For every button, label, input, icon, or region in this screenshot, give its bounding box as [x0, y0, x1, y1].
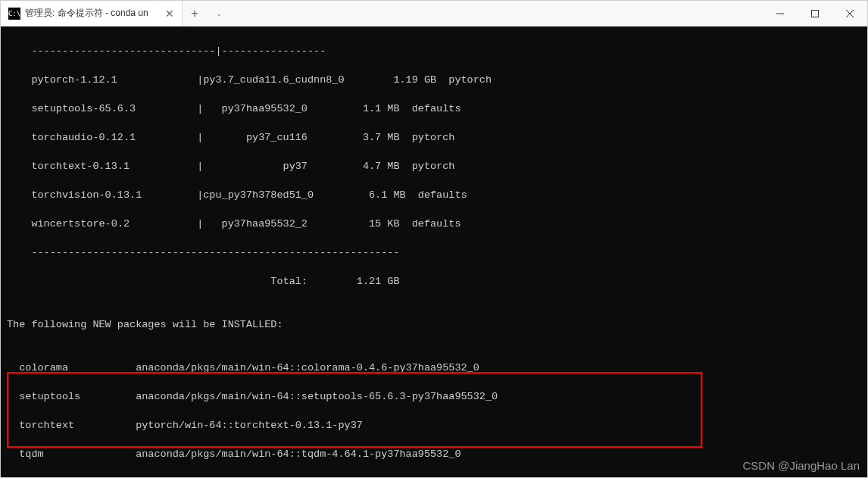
close-window-button[interactable]	[832, 1, 867, 26]
pkg-row: pytorch-1.12.1 |py3.7_cuda11.6_cudnn8_0 …	[7, 73, 861, 87]
window-controls	[763, 1, 867, 26]
install-row: setuptools anaconda/pkgs/main/win-64::se…	[7, 389, 861, 404]
minimize-button[interactable]	[763, 1, 798, 26]
pkg-row: setuptools-65.6.3 | py37haa95532_0 1.1 M…	[7, 102, 861, 116]
install-row: wincertstore anaconda/pkgs/main/win-64::…	[7, 476, 861, 477]
close-tab-icon[interactable]: ✕	[165, 8, 174, 20]
terminal-window: C:\ 管理员: 命令提示符 - conda un ✕ + ⌄ --------…	[0, 0, 868, 478]
separator: ------------------------------|---------…	[7, 44, 861, 58]
new-tab-button[interactable]: +	[183, 1, 207, 26]
highlight-box	[7, 372, 702, 448]
cmd-icon: C:\	[8, 8, 20, 20]
tab-dropdown-icon[interactable]: ⌄	[207, 1, 231, 26]
terminal-output[interactable]: ------------------------------|---------…	[1, 27, 867, 477]
pkg-row: torchaudio-0.12.1 | py37_cu116 3.7 MB py…	[7, 130, 861, 145]
pkg-row: torchtext-0.13.1 | py37 4.7 MB pytorch	[7, 159, 861, 173]
separator: ----------------------------------------…	[7, 245, 861, 260]
titlebar: C:\ 管理员: 命令提示符 - conda un ✕ + ⌄	[1, 1, 867, 27]
install-row: tqdm anaconda/pkgs/main/win-64::tqdm-4.6…	[7, 447, 861, 461]
total-line: Total: 1.21 GB	[7, 274, 861, 289]
maximize-button[interactable]	[798, 1, 832, 26]
pkg-row: torchvision-0.13.1 |cpu_py37h378ed51_0 6…	[7, 188, 861, 202]
pkg-row: wincertstore-0.2 | py37haa95532_2 15 KB …	[7, 217, 861, 231]
install-row: torchtext pytorch/win-64::torchtext-0.13…	[7, 418, 861, 433]
section-header: The following NEW packages will be INSTA…	[7, 317, 861, 332]
svg-rect-1	[812, 10, 819, 17]
install-row: colorama anaconda/pkgs/main/win-64::colo…	[7, 361, 861, 375]
tab-active[interactable]: C:\ 管理员: 命令提示符 - conda un ✕	[1, 1, 183, 26]
watermark: CSDN @JiangHao Lan	[743, 458, 860, 473]
tab-title: 管理员: 命令提示符 - conda un	[25, 7, 148, 20]
